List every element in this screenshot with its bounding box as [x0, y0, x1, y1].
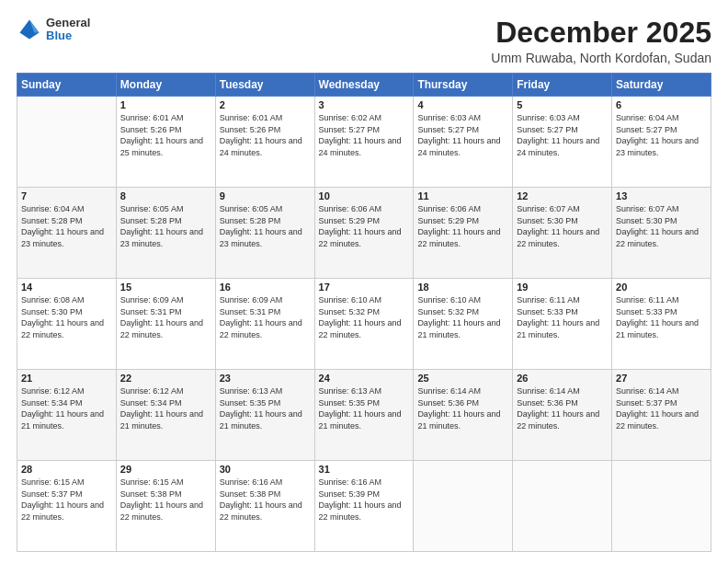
calendar-cell: 4Sunrise: 6:03 AMSunset: 5:27 PMDaylight…: [414, 97, 513, 188]
calendar-cell: 28Sunrise: 6:15 AMSunset: 5:37 PMDayligh…: [17, 461, 117, 552]
day-info: Sunrise: 6:04 AMSunset: 5:28 PMDaylight:…: [21, 203, 112, 249]
day-number: 3: [319, 99, 410, 110]
calendar-day-header: Sunday: [17, 74, 117, 97]
day-number: 2: [220, 99, 311, 110]
day-info: Sunrise: 6:13 AMSunset: 5:35 PMDaylight:…: [220, 385, 311, 431]
calendar-week-row: 14Sunrise: 6:08 AMSunset: 5:30 PMDayligh…: [17, 279, 711, 370]
subtitle: Umm Ruwaba, North Kordofan, Sudan: [491, 51, 711, 65]
day-info: Sunrise: 6:14 AMSunset: 5:37 PMDaylight:…: [616, 385, 707, 431]
calendar-cell: 6Sunrise: 6:04 AMSunset: 5:27 PMDaylight…: [612, 97, 711, 188]
logo: General Blue: [17, 17, 90, 43]
day-info: Sunrise: 6:13 AMSunset: 5:35 PMDaylight:…: [319, 385, 410, 431]
calendar-cell: 2Sunrise: 6:01 AMSunset: 5:26 PMDaylight…: [215, 97, 314, 188]
day-number: 8: [120, 190, 211, 201]
day-number: 10: [319, 190, 410, 201]
logo-text: General Blue: [46, 17, 90, 43]
calendar-cell: 24Sunrise: 6:13 AMSunset: 5:35 PMDayligh…: [314, 370, 414, 461]
day-number: 15: [120, 282, 211, 293]
day-number: 28: [21, 464, 112, 475]
calendar-cell: 10Sunrise: 6:06 AMSunset: 5:29 PMDayligh…: [314, 188, 414, 279]
day-info: Sunrise: 6:12 AMSunset: 5:34 PMDaylight:…: [21, 385, 112, 431]
calendar-cell: 11Sunrise: 6:06 AMSunset: 5:29 PMDayligh…: [414, 188, 513, 279]
day-number: 23: [220, 373, 311, 384]
day-info: Sunrise: 6:16 AMSunset: 5:39 PMDaylight:…: [319, 477, 410, 523]
day-info: Sunrise: 6:06 AMSunset: 5:29 PMDaylight:…: [417, 203, 508, 249]
page: General Blue December 2025 Umm Ruwaba, N…: [0, 0, 728, 563]
calendar-day-header: Tuesday: [215, 74, 314, 97]
calendar-cell: 5Sunrise: 6:03 AMSunset: 5:27 PMDaylight…: [513, 97, 612, 188]
calendar-cell: 3Sunrise: 6:02 AMSunset: 5:27 PMDaylight…: [314, 97, 414, 188]
day-info: Sunrise: 6:10 AMSunset: 5:32 PMDaylight:…: [417, 294, 508, 340]
calendar-cell: 16Sunrise: 6:09 AMSunset: 5:31 PMDayligh…: [215, 279, 314, 370]
calendar-cell: 13Sunrise: 6:07 AMSunset: 5:30 PMDayligh…: [612, 188, 711, 279]
day-number: 18: [417, 282, 508, 293]
logo-blue-label: Blue: [46, 29, 90, 42]
day-number: 13: [616, 190, 707, 201]
day-number: 5: [517, 99, 608, 110]
day-info: Sunrise: 6:03 AMSunset: 5:27 PMDaylight:…: [517, 112, 608, 158]
day-number: 12: [517, 190, 608, 201]
calendar-week-row: 7Sunrise: 6:04 AMSunset: 5:28 PMDaylight…: [17, 188, 711, 279]
day-info: Sunrise: 6:11 AMSunset: 5:33 PMDaylight:…: [616, 294, 707, 340]
day-info: Sunrise: 6:12 AMSunset: 5:34 PMDaylight:…: [120, 385, 211, 431]
calendar-cell: 19Sunrise: 6:11 AMSunset: 5:33 PMDayligh…: [513, 279, 612, 370]
calendar-cell: 9Sunrise: 6:05 AMSunset: 5:28 PMDaylight…: [215, 188, 314, 279]
calendar-cell: 12Sunrise: 6:07 AMSunset: 5:30 PMDayligh…: [513, 188, 612, 279]
calendar-cell: 18Sunrise: 6:10 AMSunset: 5:32 PMDayligh…: [414, 279, 513, 370]
calendar-cell: [612, 461, 711, 552]
calendar-cell: 8Sunrise: 6:05 AMSunset: 5:28 PMDaylight…: [116, 188, 215, 279]
calendar-header-row: SundayMondayTuesdayWednesdayThursdayFrid…: [17, 74, 711, 97]
day-info: Sunrise: 6:06 AMSunset: 5:29 PMDaylight:…: [319, 203, 410, 249]
day-number: 21: [21, 373, 112, 384]
logo-icon: [17, 17, 42, 42]
day-number: 9: [220, 190, 311, 201]
calendar-cell: 22Sunrise: 6:12 AMSunset: 5:34 PMDayligh…: [116, 370, 215, 461]
calendar-day-header: Thursday: [414, 74, 513, 97]
day-info: Sunrise: 6:11 AMSunset: 5:33 PMDaylight:…: [517, 294, 608, 340]
day-info: Sunrise: 6:05 AMSunset: 5:28 PMDaylight:…: [220, 203, 311, 249]
day-number: 6: [616, 99, 707, 110]
calendar-cell: 26Sunrise: 6:14 AMSunset: 5:36 PMDayligh…: [513, 370, 612, 461]
calendar-day-header: Saturday: [612, 74, 711, 97]
calendar-cell: 23Sunrise: 6:13 AMSunset: 5:35 PMDayligh…: [215, 370, 314, 461]
day-number: 26: [517, 373, 608, 384]
day-info: Sunrise: 6:09 AMSunset: 5:31 PMDaylight:…: [220, 294, 311, 340]
main-title: December 2025: [491, 17, 711, 49]
day-info: Sunrise: 6:04 AMSunset: 5:27 PMDaylight:…: [616, 112, 707, 158]
calendar-day-header: Wednesday: [314, 74, 414, 97]
day-info: Sunrise: 6:10 AMSunset: 5:32 PMDaylight:…: [319, 294, 410, 340]
calendar-cell: 30Sunrise: 6:16 AMSunset: 5:38 PMDayligh…: [215, 461, 314, 552]
day-number: 7: [21, 190, 112, 201]
calendar-cell: 17Sunrise: 6:10 AMSunset: 5:32 PMDayligh…: [314, 279, 414, 370]
day-number: 22: [120, 373, 211, 384]
calendar-cell: [513, 461, 612, 552]
day-info: Sunrise: 6:14 AMSunset: 5:36 PMDaylight:…: [417, 385, 508, 431]
day-number: 27: [616, 373, 707, 384]
calendar-week-row: 1Sunrise: 6:01 AMSunset: 5:26 PMDaylight…: [17, 97, 711, 188]
day-info: Sunrise: 6:05 AMSunset: 5:28 PMDaylight:…: [120, 203, 211, 249]
calendar-cell: 29Sunrise: 6:15 AMSunset: 5:38 PMDayligh…: [116, 461, 215, 552]
day-number: 25: [417, 373, 508, 384]
logo-general-label: General: [46, 17, 90, 29]
calendar-cell: 27Sunrise: 6:14 AMSunset: 5:37 PMDayligh…: [612, 370, 711, 461]
day-number: 16: [220, 282, 311, 293]
calendar-cell: 7Sunrise: 6:04 AMSunset: 5:28 PMDaylight…: [17, 188, 117, 279]
calendar-cell: 21Sunrise: 6:12 AMSunset: 5:34 PMDayligh…: [17, 370, 117, 461]
day-info: Sunrise: 6:07 AMSunset: 5:30 PMDaylight:…: [616, 203, 707, 249]
calendar-cell: [17, 97, 117, 188]
calendar-cell: [414, 461, 513, 552]
calendar-day-header: Monday: [116, 74, 215, 97]
day-number: 29: [120, 464, 211, 475]
day-info: Sunrise: 6:14 AMSunset: 5:36 PMDaylight:…: [517, 385, 608, 431]
day-info: Sunrise: 6:02 AMSunset: 5:27 PMDaylight:…: [319, 112, 410, 158]
day-number: 20: [616, 282, 707, 293]
calendar-table: SundayMondayTuesdayWednesdayThursdayFrid…: [17, 73, 711, 552]
day-info: Sunrise: 6:15 AMSunset: 5:38 PMDaylight:…: [120, 477, 211, 523]
day-info: Sunrise: 6:08 AMSunset: 5:30 PMDaylight:…: [21, 294, 112, 340]
day-number: 14: [21, 282, 112, 293]
calendar-cell: 15Sunrise: 6:09 AMSunset: 5:31 PMDayligh…: [116, 279, 215, 370]
calendar-cell: 1Sunrise: 6:01 AMSunset: 5:26 PMDaylight…: [116, 97, 215, 188]
day-info: Sunrise: 6:16 AMSunset: 5:38 PMDaylight:…: [220, 477, 311, 523]
day-number: 19: [517, 282, 608, 293]
calendar-cell: 14Sunrise: 6:08 AMSunset: 5:30 PMDayligh…: [17, 279, 117, 370]
